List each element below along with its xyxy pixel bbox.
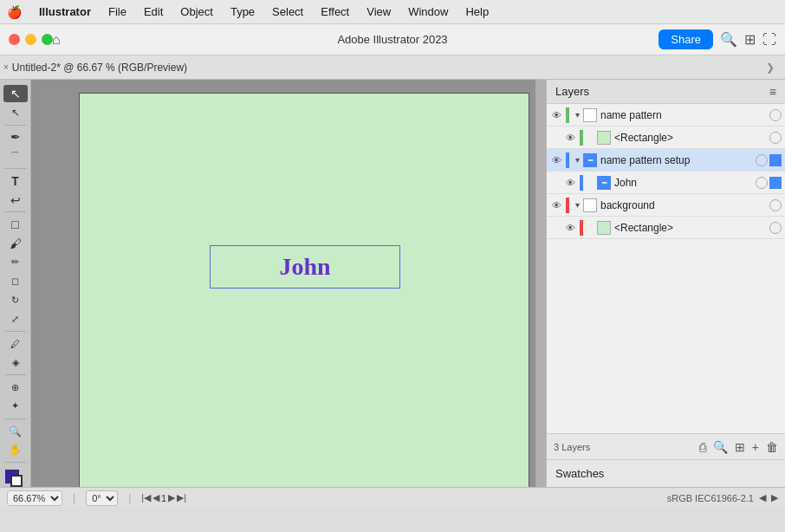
layer-select-indicator[interactable] <box>769 199 782 211</box>
swatches-label: Swatches <box>555 467 604 480</box>
paintbrush-tool[interactable]: 🖌 <box>3 235 28 252</box>
menu-file[interactable]: File <box>101 3 133 20</box>
eyedropper-tool[interactable]: 🖊 <box>3 335 28 353</box>
apple-menu[interactable]: 🍎 <box>7 5 22 19</box>
home-icon[interactable]: ⌂ <box>52 32 61 48</box>
arrange-icon[interactable]: ⊞ <box>744 31 756 48</box>
tab-label[interactable]: Untitled-2* @ 66.67 % (RGB/Preview) <box>12 62 187 74</box>
stroke-color[interactable] <box>10 475 23 487</box>
layer-row[interactable]: 👁 ━ John <box>547 172 785 194</box>
tabbar: × Untitled-2* @ 66.67 % (RGB/Preview) ❯ <box>0 55 785 80</box>
pencil-tool[interactable]: ✏ <box>3 254 28 271</box>
statusbar: 66.67% | 0° | |◀ ◀ 1 ▶ ▶| sRGB IEC61966-… <box>0 487 785 508</box>
swatches-panel[interactable]: Swatches <box>547 459 785 487</box>
menu-window[interactable]: Window <box>401 3 455 20</box>
eraser-tool[interactable]: ◻ <box>3 273 28 290</box>
menu-illustrator[interactable]: Illustrator <box>32 3 98 20</box>
undo-tool[interactable]: ↩ <box>3 191 28 209</box>
minimize-button[interactable] <box>25 34 36 45</box>
layer-row[interactable]: 👁 <Rectangle> <box>547 127 785 149</box>
layers-menu-icon[interactable]: ≡ <box>769 85 776 99</box>
layers-panel: Layers ≡ 👁 ▾ name pattern 👁 <Rectangle> <box>546 80 785 487</box>
text-frame[interactable]: John <box>210 245 400 289</box>
rotate-control[interactable]: 0° <box>86 490 118 506</box>
zoom-control[interactable]: 66.67% <box>7 490 62 506</box>
menu-help[interactable]: Help <box>458 3 496 20</box>
menu-edit[interactable]: Edit <box>137 3 170 20</box>
menu-view[interactable]: View <box>360 3 398 20</box>
new-layer-search-icon[interactable]: 🔍 <box>713 440 728 454</box>
blend-tool[interactable]: ⊕ <box>3 379 28 396</box>
delete-layer-icon[interactable]: 🗑 <box>766 440 778 454</box>
share-button[interactable]: Share <box>658 29 713 49</box>
gradient-tool[interactable]: ◈ <box>3 354 28 372</box>
text-tool[interactable]: T <box>3 172 28 190</box>
menu-effect[interactable]: Effect <box>314 3 356 20</box>
menu-select[interactable]: Select <box>265 3 310 20</box>
layers-footer: 3 Layers ⎙ 🔍 ⊞ + 🗑 <box>547 433 785 459</box>
layer-target-indicator[interactable] <box>769 154 782 166</box>
layer-visibility-icon[interactable]: 👁 <box>547 110 566 120</box>
fullscreen-icon[interactable]: ⛶ <box>762 32 776 48</box>
layer-visibility-icon[interactable]: 👁 <box>561 178 580 188</box>
layer-visibility-icon[interactable]: 👁 <box>561 133 580 143</box>
layer-expand-icon[interactable]: ▾ <box>571 155 583 165</box>
layer-visibility-icon[interactable]: 👁 <box>561 223 580 233</box>
tool-separator-7 <box>5 462 26 463</box>
curvature-tool[interactable]: ⌒ <box>3 147 28 165</box>
layer-expand-icon[interactable]: ▾ <box>571 110 583 120</box>
menu-type[interactable]: Type <box>224 3 262 20</box>
window-controls <box>9 34 53 45</box>
selection-tool[interactable]: ↖ <box>3 85 28 102</box>
layer-row[interactable]: 👁 ▾ name pattern <box>547 104 785 127</box>
nav-next-icon[interactable]: ▶ <box>168 492 175 503</box>
tool-separator-1 <box>5 125 26 126</box>
rotate-tool[interactable]: ↻ <box>3 291 28 308</box>
scale-tool[interactable]: ⤢ <box>3 310 28 328</box>
rotate-select[interactable]: 0° <box>86 490 118 506</box>
layer-row[interactable]: 👁 ▾ background <box>547 194 785 217</box>
direct-selection-tool[interactable]: ↖ <box>3 104 28 121</box>
canvas-area[interactable]: John <box>31 80 546 487</box>
status-arrow-left[interactable]: ◀ <box>759 492 766 503</box>
titlebar: ⌂ Adobe Illustrator 2023 Share 🔍 ⊞ ⛶ <box>0 24 785 55</box>
layer-select-indicator[interactable] <box>769 222 782 234</box>
layer-select-indicator[interactable] <box>769 132 782 144</box>
layer-row[interactable]: 👁 <Rectangle> <box>547 217 785 239</box>
left-toolbar: ↖ ↖ ✒ ⌒ T ↩ □ 🖌 ✏ ◻ ↻ ⤢ 🖊 ◈ ⊕ ✦ 🔍 ✋ <box>0 80 31 487</box>
nav-last-icon[interactable]: ▶| <box>177 492 186 503</box>
layer-visibility-icon[interactable]: 👁 <box>547 200 566 211</box>
layer-name: <Rectangle> <box>614 222 766 234</box>
shape-tool[interactable]: □ <box>3 216 28 233</box>
layer-visibility-icon[interactable]: 👁 <box>547 155 566 165</box>
layer-target-indicator[interactable] <box>769 177 782 189</box>
new-layer-options-icon[interactable]: ⊞ <box>735 440 745 454</box>
zoom-select[interactable]: 66.67% <box>7 490 62 506</box>
layer-select-indicator[interactable] <box>756 154 768 166</box>
nav-first-icon[interactable]: |◀ <box>141 492 151 503</box>
zoom-tool[interactable]: 🔍 <box>3 423 28 440</box>
layer-color-bar <box>566 152 569 168</box>
hand-tool[interactable]: ✋ <box>3 442 28 459</box>
nav-prev-icon[interactable]: ◀ <box>152 492 159 503</box>
new-layer-icon[interactable]: + <box>752 440 759 454</box>
artboard-nav: |◀ ◀ 1 ▶ ▶| <box>141 492 186 503</box>
layer-select-indicator[interactable] <box>756 177 768 189</box>
color-profile: sRGB IEC61966-2.1 <box>667 493 754 503</box>
pen-tool[interactable]: ✒ <box>3 128 28 146</box>
new-layer-from-selection-icon[interactable]: ⎙ <box>699 440 706 454</box>
fill-stroke-indicator[interactable] <box>5 470 26 487</box>
layer-select-indicator[interactable] <box>769 109 782 121</box>
search-icon[interactable]: 🔍 <box>720 31 737 48</box>
panel-collapse-icon[interactable]: ❯ <box>766 62 782 74</box>
status-arrow-right[interactable]: ▶ <box>771 492 778 503</box>
tool-separator-5 <box>5 374 26 375</box>
menu-object[interactable]: Object <box>173 3 220 20</box>
vertical-scrollbar[interactable] <box>535 80 546 487</box>
layer-thumbnail <box>583 108 597 122</box>
symbol-sprayer-tool[interactable]: ✦ <box>3 398 28 415</box>
layer-row[interactable]: 👁 ▾ ━ name pattern setup <box>547 149 785 172</box>
close-button[interactable] <box>9 34 20 45</box>
tab-close-icon[interactable]: × <box>3 62 9 72</box>
layer-expand-icon[interactable]: ▾ <box>571 200 583 210</box>
